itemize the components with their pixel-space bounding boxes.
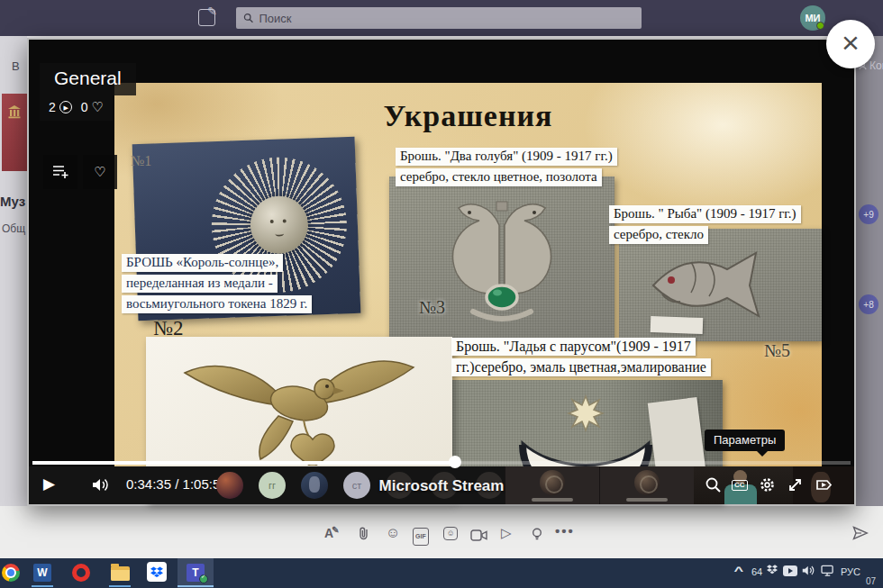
sidebar-back-label: В: [12, 59, 20, 73]
label-doves-brooch: Брошь. "Два голубя" (1909 - 1917 гг.) се…: [396, 148, 617, 189]
video-title: General: [40, 63, 136, 95]
open-app-indicator: [109, 585, 131, 587]
video-stats: 2 0: [40, 95, 113, 121]
play-button[interactable]: ▶: [43, 475, 55, 493]
sticker-icon[interactable]: ☺: [443, 527, 458, 540]
tray-network-icon[interactable]: [821, 565, 834, 576]
attach-icon[interactable]: [357, 526, 369, 540]
emoji-icon[interactable]: ☺: [386, 526, 400, 540]
gif-icon[interactable]: GIF: [413, 528, 429, 546]
participant-avatar[interactable]: гг: [259, 472, 286, 499]
progress-played: [32, 461, 455, 465]
video-camera-icon[interactable]: [470, 529, 487, 541]
status-dot: [816, 22, 824, 30]
participants-badge: +9: [859, 204, 878, 224]
item-number-1: №1: [131, 153, 151, 169]
tray-clock[interactable]: 07: [866, 576, 876, 586]
slide-title: Украшения: [114, 99, 822, 133]
progress-bar[interactable]: [32, 461, 851, 465]
captions-icon[interactable]: CC: [732, 480, 748, 491]
player-control-bar: ▶ 0:34:35 / 1:05:53 гг ст Microsoft Stre…: [29, 466, 854, 504]
tray-youtube-icon[interactable]: [783, 565, 797, 576]
open-app-indicator: [32, 585, 53, 587]
participants-badge: +8: [859, 294, 878, 314]
views-play-icon: [59, 101, 72, 113]
search-input[interactable]: [259, 12, 634, 25]
teams-status-check: [199, 574, 208, 583]
participant-avatar: [540, 470, 565, 495]
right-panel-title: Ком: [869, 59, 883, 72]
search-icon: [243, 13, 254, 23]
more-options-icon[interactable]: •••: [555, 524, 575, 538]
teams-top-bar: МИ: [0, 0, 883, 36]
like-count: 0: [81, 100, 88, 114]
send-icon[interactable]: [852, 526, 869, 540]
participant-name: [626, 498, 668, 502]
item-number-2: №2: [153, 317, 183, 340]
tray-count[interactable]: 64: [751, 566, 762, 577]
museum-column-icon: [7, 104, 22, 119]
opera-icon[interactable]: [72, 564, 90, 582]
playlist-add-icon: [51, 164, 69, 180]
format-icon[interactable]: A✎: [324, 526, 341, 542]
heart-icon: [92, 99, 104, 115]
fullscreen-icon[interactable]: [787, 477, 803, 493]
participant-video-tile[interactable]: [599, 466, 694, 504]
participant-avatar[interactable]: [216, 472, 243, 499]
video-player-modal: Украшения: [27, 38, 856, 506]
participant-avatar[interactable]: [301, 472, 328, 499]
word-icon[interactable]: W: [33, 564, 51, 582]
item-number-3: №3: [419, 297, 445, 318]
tray-dropbox-icon[interactable]: [767, 565, 778, 574]
pen-icon: ✎: [332, 525, 339, 535]
team-avatar[interactable]: [2, 94, 27, 171]
item-number-5: №5: [764, 340, 790, 361]
view-count: 2: [49, 100, 56, 114]
sidebar-item-channel[interactable]: Общ: [2, 222, 25, 235]
zoom-icon[interactable]: [705, 476, 722, 493]
stream-watermark: Microsoft Stream: [342, 477, 541, 495]
popout-player-icon[interactable]: [815, 477, 833, 493]
sidebar-item-team[interactable]: Муз: [0, 194, 25, 209]
tray-overflow-icon[interactable]: ^: [733, 564, 743, 577]
right-panel: [856, 36, 883, 506]
participant-avatar: [634, 470, 660, 495]
tray-volume-icon[interactable]: [802, 565, 815, 576]
chrome-icon[interactable]: [2, 564, 20, 582]
like-button[interactable]: [83, 155, 117, 189]
settings-gear-icon[interactable]: [759, 476, 776, 493]
tray-language[interactable]: РУС: [841, 566, 860, 577]
participant-name: [532, 498, 573, 502]
message-compose-area: [0, 506, 883, 558]
volume-icon[interactable]: [92, 477, 110, 493]
windows-taskbar: [0, 558, 883, 588]
file-explorer-icon[interactable]: [111, 566, 130, 581]
paper-card: [651, 316, 704, 334]
search-box[interactable]: [236, 7, 642, 29]
time-display: 0:34:35 / 1:05:53: [126, 476, 228, 492]
tooltip: Параметры: [705, 430, 785, 451]
active-app-indicator: [178, 585, 214, 587]
close-button[interactable]: [826, 20, 875, 68]
new-chat-icon[interactable]: [198, 9, 215, 26]
label-fish-brooch: Брошь. " Рыба" (1909 - 1917 гг.) серебро…: [609, 205, 801, 247]
label-boat-brooch: Брошь. "Ладья с парусом"(1909 - 1917 гг.…: [451, 338, 711, 379]
add-to-watchlist-button[interactable]: [43, 155, 77, 189]
gold-dove-brooch: [178, 344, 421, 466]
dropbox-icon[interactable]: [147, 562, 167, 582]
stream-share-icon[interactable]: ▷: [501, 526, 512, 540]
label-sun-brooch: БРОШЬ «Король-солнце», переделанная из м…: [122, 254, 312, 316]
praise-icon[interactable]: [532, 528, 542, 541]
